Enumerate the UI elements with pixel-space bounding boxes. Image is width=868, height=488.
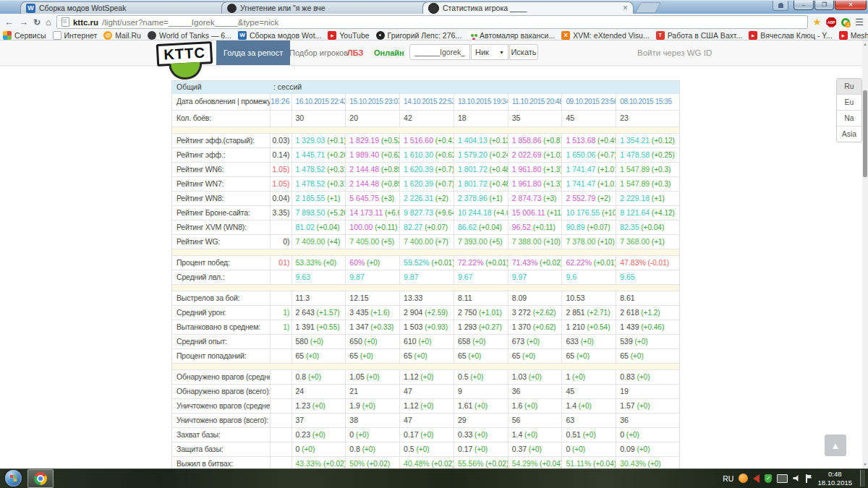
total-value-clipped: [271, 335, 292, 348]
security-shield-icon[interactable]: ✓: [765, 474, 772, 483]
bookmark-item[interactable]: YouTube: [328, 31, 369, 40]
bookmark-item[interactable]: Автомаляр ваканси...: [468, 31, 555, 40]
session-date[interactable]: 15.10.2015 23:07: [346, 94, 400, 110]
bookmarks-bar: СервисыИнтернетMail.RuWorld of Tanks — 6…: [0, 30, 868, 40]
bookmark-item[interactable]: Mail.Ru: [103, 31, 141, 40]
menu-icon[interactable]: ☰: [855, 17, 864, 27]
stat-delta: (+3): [379, 194, 394, 202]
stat-cell: 37: [292, 414, 346, 427]
nav-item-online[interactable]: Онлайн: [367, 40, 412, 65]
stat-value: 673: [512, 337, 525, 346]
stat-cell: 65 (+0): [400, 349, 454, 363]
show-desktop-button[interactable]: [860, 470, 865, 487]
bookmark-item[interactable]: XVM: eXtended Visu...: [561, 31, 649, 40]
stat-delta: (+4.12): [650, 209, 675, 217]
refresh-icon[interactable]: ↻: [33, 18, 41, 27]
stat-cell: 13.33: [400, 291, 454, 305]
stat-value: 51.11%: [566, 459, 591, 468]
bookmark-item[interactable]: Григорий Лепс: 276...: [376, 31, 462, 40]
player-search-input[interactable]: [409, 44, 470, 60]
volume-icon[interactable]: [793, 475, 800, 482]
scroll-to-top-button[interactable]: ▲: [825, 435, 846, 456]
stat-value: 0.33: [458, 430, 472, 439]
bookmark-label: YouTube: [339, 31, 369, 40]
extension-q-icon[interactable]: [841, 18, 850, 27]
adblock-icon[interactable]: ABP: [826, 17, 836, 27]
minimize-button[interactable]: –: [793, 1, 814, 10]
close-button[interactable]: ✕: [835, 1, 867, 10]
table-row: Рейтинг эфф.:0.14)1 445.71 (+0.26)1 989.…: [172, 148, 679, 163]
stat-delta: (+1.57): [315, 309, 340, 317]
bookmark-item[interactable]: Сборка модов Wot...: [238, 31, 321, 40]
stat-cell: 1 620.39 (+0.7): [400, 177, 454, 191]
browser-tab[interactable]: Угнетение или "я же вче×: [221, 1, 433, 14]
row-label: Дата обновления | промежуток:: [172, 94, 271, 110]
session-date[interactable]: 13.10.2015 19:34: [454, 94, 509, 110]
bookmark-item[interactable]: Meshuggah TV | Wo...: [839, 31, 868, 40]
home-icon[interactable]: ⌂: [46, 17, 51, 27]
session-date[interactable]: 09.10.2015 23:56: [562, 94, 616, 110]
scrollbar-down-icon[interactable]: ▼: [862, 461, 868, 468]
total-value-clipped: [271, 442, 292, 456]
bookmark-item[interactable]: Вячеслав Клюц - Y...: [749, 31, 832, 40]
stat-value: 0.17: [404, 430, 418, 439]
language-indicator[interactable]: RU: [723, 474, 733, 483]
session-date[interactable]: 14.10.2015 22:53: [400, 94, 454, 110]
start-button[interactable]: [5, 470, 22, 487]
taskbar-chrome-button[interactable]: [27, 469, 54, 488]
scrollbar-thumb[interactable]: [863, 90, 867, 177]
bookmark-item[interactable]: Сервисы: [3, 31, 46, 40]
bookmark-item[interactable]: Интернет: [53, 31, 98, 40]
flag-icon[interactable]: [805, 474, 812, 483]
row-label: Уничтожено врагов (среднее):: [172, 399, 271, 413]
maximize-button[interactable]: ❐: [814, 1, 834, 10]
stat-value: 1.4: [566, 401, 576, 410]
session-date[interactable]: 16.10.2015 22:43: [292, 94, 346, 110]
stat-value: 1 829.19: [349, 136, 379, 145]
network-icon[interactable]: [777, 474, 788, 483]
server-item-ru[interactable]: Ru: [837, 79, 861, 95]
server-selector: RuEuNaAsia: [836, 78, 862, 142]
wg-login-link[interactable]: Войти через WG ID: [637, 40, 712, 65]
stat-cell: 1 404.13 (+0.13): [454, 134, 509, 147]
stat-delta: (+1.02): [542, 151, 563, 159]
address-bar[interactable]: kttc.ru /light/user?name=_____Igorek____…: [56, 15, 808, 29]
bookmark-label: Автомаляр ваканси...: [480, 31, 555, 40]
profile-button[interactable]: [773, 1, 788, 11]
nav-item-gold-repost[interactable]: Голда за репост: [216, 40, 290, 65]
stat-cell: 1 829.19 (+0.52): [346, 134, 400, 147]
avast-icon[interactable]: [739, 474, 748, 483]
page-scrollbar[interactable]: ▲ ▼: [862, 40, 868, 468]
clock[interactable]: 0:48 18.10.2015: [817, 470, 855, 487]
kttc-logo[interactable]: KTTC: [156, 41, 214, 81]
total-value-clipped: [271, 399, 292, 413]
stat-cell: 43.33% (+0.02): [292, 457, 346, 468]
alarm-icon[interactable]: [753, 474, 760, 483]
search-type-select[interactable]: Ник ▼: [471, 44, 509, 60]
server-item-eu[interactable]: Eu: [837, 95, 861, 111]
new-tab-button[interactable]: [635, 2, 661, 13]
tab-close-icon[interactable]: ×: [623, 4, 628, 12]
browser-tab[interactable]: Статистика игрока ____×: [422, 1, 634, 14]
stat-value: 13.33: [404, 294, 422, 302]
bookmark-star-icon[interactable]: ★: [813, 17, 822, 27]
bookmark-item[interactable]: World of Tanks — 6...: [148, 31, 231, 40]
forward-icon[interactable]: →: [19, 17, 28, 27]
browser-tab[interactable]: Сборка модов WotSpeak×: [20, 1, 231, 14]
stat-value: 82.35: [620, 223, 639, 231]
stat-value: 1 329.03: [296, 136, 326, 145]
stat-value: 47: [404, 416, 412, 424]
stat-delta: (+0.3): [650, 166, 671, 174]
session-date[interactable]: 08.10.2015 15:35: [616, 94, 679, 110]
tab-title: Статистика игрока ____: [443, 4, 619, 12]
server-item-na[interactable]: Na: [837, 111, 861, 127]
table-row: Процент попаданий:65 (+0)65 (+0)65 (+0)6…: [172, 349, 679, 364]
back-icon[interactable]: ←: [4, 17, 14, 27]
bookmark-item[interactable]: Работа в США Вахт...: [656, 31, 743, 40]
scrollbar-up-icon[interactable]: ▲: [862, 40, 868, 48]
server-item-asia[interactable]: Asia: [837, 127, 861, 142]
search-button[interactable]: Искать: [509, 44, 538, 60]
session-date[interactable]: 11.10.2015 20:48: [509, 94, 563, 110]
stat-cell: 7 893.50 (+5.26): [292, 206, 346, 220]
stat-value: 8 121.64: [620, 208, 650, 217]
